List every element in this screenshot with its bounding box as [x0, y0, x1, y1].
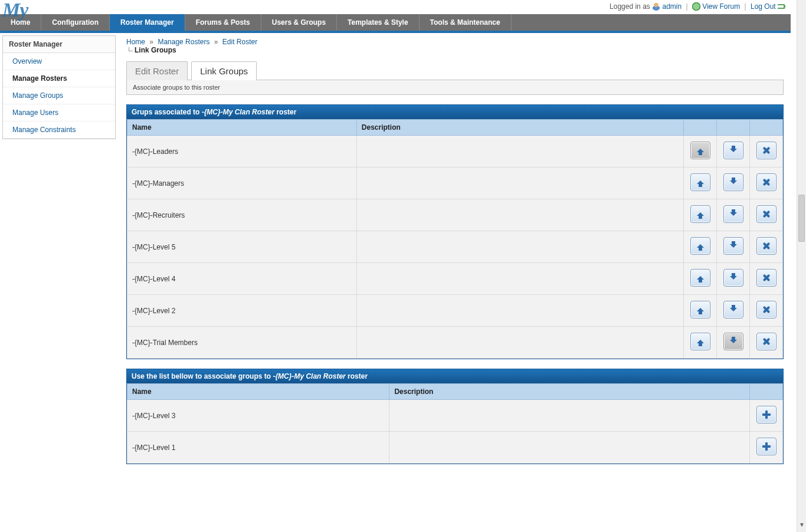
crumb-current: Link Groups [135, 46, 784, 54]
close-icon [762, 146, 771, 155]
move-down-button[interactable] [723, 142, 743, 159]
nav-tab-roster-manager[interactable]: Roster Manager [110, 14, 185, 31]
user-bar: Logged in as admin | View Forum | Log Ou… [0, 0, 791, 14]
cell-name: -{MC}-Recruiters [127, 199, 357, 231]
cell-name: -{MC}-Level 5 [127, 231, 357, 263]
cell-description [356, 231, 683, 263]
panel-title-prefix: Use the list bellow to associate groups … [132, 372, 273, 380]
col-add [750, 384, 783, 400]
view-forum-link[interactable]: View Forum [702, 2, 740, 11]
cell-description [356, 263, 683, 295]
nav-tab-templates-style[interactable]: Templates & Style [337, 14, 419, 31]
cell-description [389, 432, 750, 464]
remove-button[interactable] [756, 301, 776, 318]
tab-edit-roster[interactable]: Edit Roster [126, 61, 188, 80]
move-up-button[interactable] [690, 173, 710, 191]
user-icon [652, 2, 660, 11]
sidebar-title: Roster Manager [3, 36, 115, 53]
col-remove [750, 120, 783, 136]
logout-link[interactable]: Log Out [751, 2, 776, 11]
content-area: Home » Manage Rosters » Edit Roster Link… [116, 33, 791, 476]
breadcrumb: Home » Manage Rosters » Edit Roster Link… [126, 38, 784, 54]
remove-button[interactable] [756, 269, 776, 287]
associated-groups-table: Name Description -{MC}-Leaders-{MC}-Mana… [127, 119, 783, 359]
nav-tab-configuration[interactable]: Configuration [41, 14, 110, 31]
panel-roster-name: -{MC}-My Clan Roster [202, 108, 274, 116]
add-button[interactable] [756, 406, 776, 423]
table-row: -{MC}-Level 4 [127, 263, 783, 295]
arrow-down-icon [730, 308, 737, 315]
arrow-up-icon [697, 304, 704, 311]
sidebar-item-manage-rosters[interactable]: Manage Rosters [3, 70, 115, 87]
nav-tab-tools-maintenance[interactable]: Tools & Maintenance [420, 14, 512, 31]
remove-button[interactable] [756, 205, 776, 223]
move-down-button[interactable] [723, 237, 743, 255]
sidebar-item-manage-groups[interactable]: Manage Groups [3, 87, 115, 104]
table-row: -{MC}-Trial Members [127, 327, 783, 359]
crumb-sep: » [149, 38, 153, 46]
col-down [717, 120, 750, 136]
scrollbar-thumb[interactable] [798, 195, 805, 242]
col-name: Name [127, 120, 357, 136]
logged-in-label: Logged in as [610, 2, 650, 11]
close-icon [762, 306, 771, 314]
arrow-down-icon [730, 244, 737, 251]
remove-button[interactable] [756, 173, 776, 191]
arrow-down-icon [730, 276, 737, 283]
panel-header: Grups associated to -{MC}-My Clan Roster… [127, 105, 783, 119]
scrollbar[interactable]: ▼ [797, 0, 806, 476]
move-up-button[interactable] [690, 301, 710, 318]
sidebar-item-overview[interactable]: Overview [3, 53, 115, 70]
move-up-button [690, 142, 710, 159]
col-description: Description [356, 120, 683, 136]
table-row: -{MC}-Managers [127, 168, 783, 199]
crumb-sep: » [214, 38, 218, 46]
crumb-home[interactable]: Home [126, 38, 145, 46]
sidebar-item-manage-constraints[interactable]: Manage Constraints [3, 121, 115, 138]
close-icon [762, 210, 771, 218]
cell-name: -{MC}-Level 3 [127, 400, 389, 432]
nav-tab-forums-posts[interactable]: Forums & Posts [185, 14, 261, 31]
cell-description [356, 327, 683, 359]
panel-title-suffix: roster [274, 108, 296, 116]
remove-button[interactable] [756, 333, 776, 350]
cell-name: -{MC}-Managers [127, 168, 357, 199]
arrow-up-icon [697, 177, 704, 184]
table-row: -{MC}-Leaders [127, 136, 783, 168]
logout-icon [778, 4, 785, 9]
page-tabs: Edit Roster Link Groups [126, 61, 784, 80]
move-up-button[interactable] [690, 269, 710, 287]
remove-button[interactable] [756, 142, 776, 159]
tab-link-groups[interactable]: Link Groups [191, 61, 257, 80]
crumb-edit-roster[interactable]: Edit Roster [222, 38, 257, 46]
arrow-up-icon [697, 209, 704, 216]
arrow-up-icon [697, 241, 704, 248]
panel-title-prefix: Grups associated to [132, 108, 202, 116]
arrow-up-icon [697, 272, 704, 280]
add-button[interactable] [756, 438, 776, 455]
sidebar: Roster Manager OverviewManage RostersMan… [2, 35, 116, 139]
cell-name: -{MC}-Trial Members [127, 327, 357, 359]
move-down-button[interactable] [723, 301, 743, 318]
username-link[interactable]: admin [663, 2, 682, 11]
sidebar-item-manage-users[interactable]: Manage Users [3, 104, 115, 121]
nav-tab-users-groups[interactable]: Users & Groups [261, 14, 337, 31]
move-up-button[interactable] [690, 205, 710, 223]
move-up-button[interactable] [690, 333, 710, 350]
crumb-manage-rosters[interactable]: Manage Rosters [158, 38, 209, 46]
cell-name: -{MC}-Level 4 [127, 263, 357, 295]
remove-button[interactable] [756, 237, 776, 255]
cell-name: -{MC}-Level 2 [127, 295, 357, 327]
cell-name: -{MC}-Leaders [127, 136, 357, 168]
tab-description: Associate groups to this roster [126, 80, 784, 95]
move-down-button[interactable] [723, 205, 743, 223]
main-nav: HomeConfigurationRoster ManagerForums & … [0, 14, 791, 33]
move-down-button[interactable] [723, 269, 743, 287]
cell-description [356, 199, 683, 231]
nav-tab-home[interactable]: Home [0, 14, 41, 31]
col-up [684, 120, 717, 136]
arrow-down-icon [730, 340, 737, 347]
move-up-button[interactable] [690, 237, 710, 255]
move-down-button[interactable] [723, 173, 743, 191]
separator: | [686, 2, 688, 11]
